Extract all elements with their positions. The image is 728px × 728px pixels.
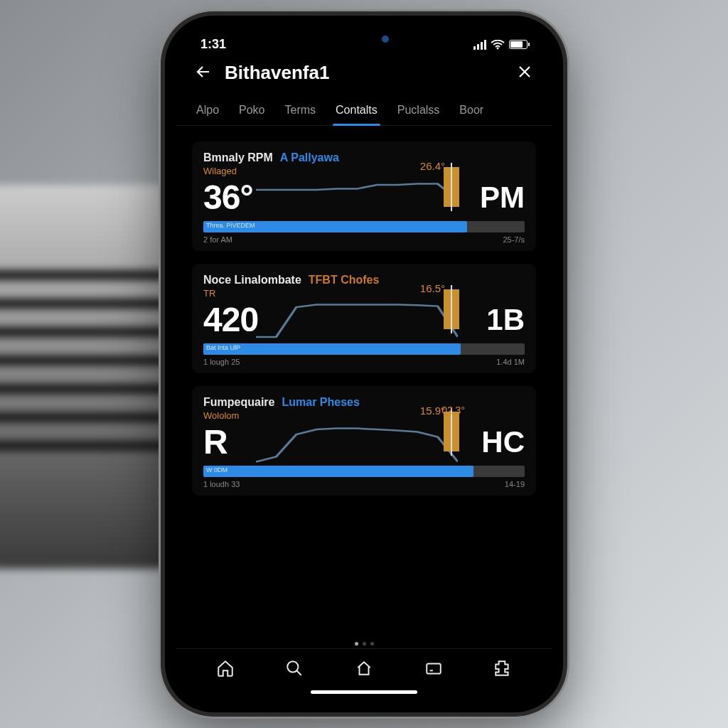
metric-card-2[interactable]: FumpequaireLumar PhesesWololomRHC15.9°02… — [192, 386, 536, 496]
svg-point-0 — [497, 47, 499, 49]
card-title-part: Noce Linalombate — [203, 274, 301, 287]
nav-extension-icon[interactable] — [493, 659, 512, 680]
peak-value: 16.5° — [420, 282, 445, 294]
svg-rect-2 — [427, 664, 441, 674]
progress-track[interactable]: W 0DM — [203, 466, 525, 477]
close-icon[interactable] — [516, 63, 533, 83]
tab-poko[interactable]: Poko — [229, 97, 274, 125]
phone-frame: 1:31 Bithavenfa1 AlpoPokoTermsContaltsPu… — [165, 16, 563, 712]
tab-contalts[interactable]: Contalts — [326, 97, 387, 125]
notch — [293, 27, 435, 51]
page-dots — [176, 639, 552, 648]
tab-terms[interactable]: Terms — [275, 97, 326, 125]
card-title-part: Bmnaly RPM — [203, 151, 273, 164]
tab-puclalss[interactable]: Puclalss — [387, 97, 450, 125]
bottom-nav — [176, 648, 552, 686]
wifi-icon — [491, 40, 505, 50]
track-label: W 0DM — [206, 466, 228, 473]
nav-search-icon[interactable] — [285, 659, 304, 680]
metric-value: 36° — [203, 178, 253, 217]
header: Bithavenfa1 — [176, 56, 552, 97]
nav-card-icon[interactable] — [424, 659, 443, 680]
metric-value: R — [203, 422, 228, 461]
metric-unit: HC — [481, 425, 525, 459]
status-time: 1:31 — [200, 37, 226, 52]
screen: 1:31 Bithavenfa1 AlpoPokoTermsContaltsPu… — [176, 27, 552, 701]
progress-track[interactable]: Bat Inta UlP — [203, 343, 525, 355]
metric-card-0[interactable]: Bmnaly RPMA PallyawaWilaged36°PM26.4°Thr… — [192, 141, 536, 251]
page-title: Bithavenfa1 — [225, 62, 503, 84]
metric-card-1[interactable]: Noce LinalombateTFBT ChofesTR4201B16.5°B… — [192, 264, 536, 373]
card-sublabel: TR — [203, 288, 525, 299]
back-icon[interactable] — [195, 63, 212, 83]
axis-labels: 1 loudh 3314-19 — [203, 480, 525, 488]
card-title-part: Fumpequaire — [203, 396, 274, 409]
cellular-icon — [473, 40, 486, 50]
home-indicator[interactable] — [311, 690, 417, 694]
card-sublabel: Wololom — [203, 410, 525, 421]
metric-value: 420 — [203, 300, 258, 339]
metric-unit: 1B — [486, 303, 525, 337]
peak-value: 26.4° — [420, 160, 445, 172]
svg-point-1 — [288, 661, 299, 672]
card-title-part: A Pallyawa — [280, 151, 339, 164]
tab-boor[interactable]: Boor — [449, 97, 493, 125]
nav-home-icon[interactable] — [216, 659, 235, 680]
card-title-part: Lumar Pheses — [282, 396, 359, 409]
axis-labels: 2 for AM25-7/s — [203, 235, 525, 244]
card-title-part: TFBT Chofes — [309, 274, 380, 287]
battery-icon — [509, 40, 528, 49]
peak-value-2: 02.3° — [441, 405, 465, 416]
progress-track[interactable]: Threa. PiVEDEM — [203, 221, 525, 232]
card-sublabel: Wilaged — [203, 166, 525, 176]
metric-unit: PM — [480, 181, 525, 215]
axis-labels: 1 lough 251.4d 1M — [203, 358, 525, 366]
track-label: Threa. PiVEDEM — [206, 222, 255, 229]
tab-alpo[interactable]: Alpo — [186, 97, 229, 125]
nav-house-icon[interactable] — [355, 659, 373, 680]
cards-container[interactable]: Bmnaly RPMA PallyawaWilaged36°PM26.4°Thr… — [176, 126, 552, 639]
track-label: Bat Inta UlP — [206, 344, 240, 351]
tabs: AlpoPokoTermsContaltsPuclalssBoor — [176, 97, 552, 126]
